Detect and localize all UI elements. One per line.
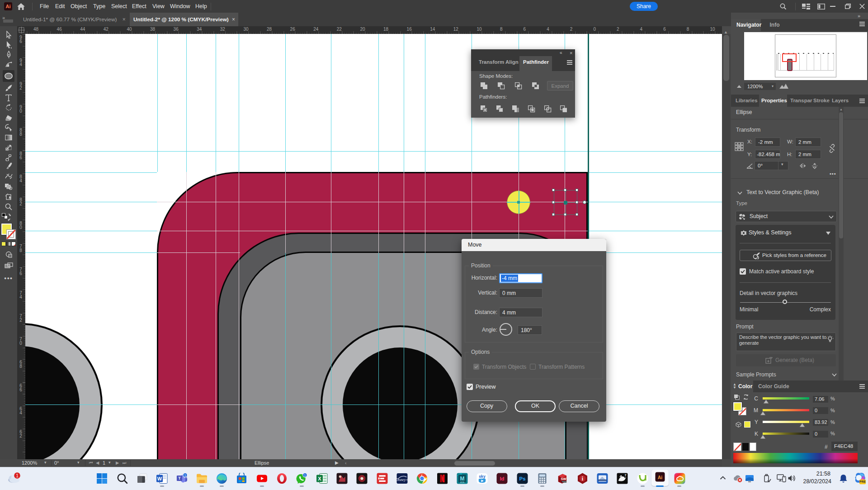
svg-text:Disney+: Disney+ bbox=[396, 478, 408, 482]
svg-text:1: 1 bbox=[184, 474, 186, 477]
svg-text:T: T bbox=[178, 476, 181, 480]
svg-text:Ps: Ps bbox=[519, 476, 526, 481]
svg-text:Ai: Ai bbox=[658, 475, 663, 480]
svg-text:PRE: PRE bbox=[859, 480, 866, 483]
svg-text:Id: Id bbox=[500, 476, 504, 481]
svg-text:sky: sky bbox=[479, 474, 486, 479]
svg-text:1: 1 bbox=[304, 474, 306, 477]
svg-text:1: 1 bbox=[16, 473, 19, 478]
svg-text:X: X bbox=[318, 476, 321, 481]
svg-text:AYA: AYA bbox=[460, 481, 465, 484]
svg-text:2024: 2024 bbox=[562, 480, 566, 483]
svg-text:7: 7 bbox=[625, 474, 627, 477]
svg-text:W: W bbox=[157, 476, 162, 481]
